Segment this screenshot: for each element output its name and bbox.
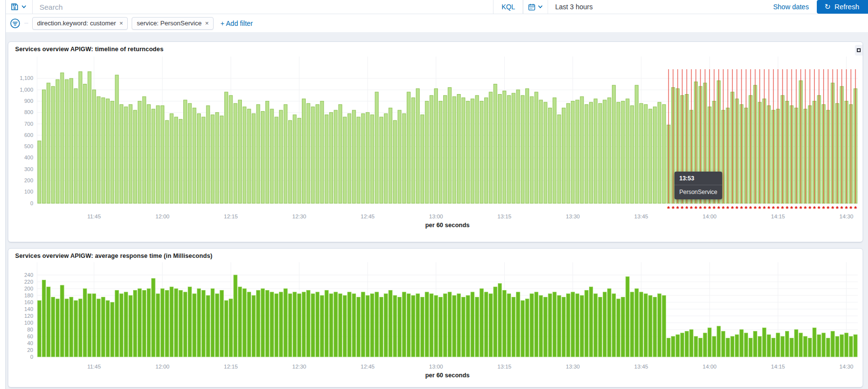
svg-text:12:15: 12:15	[224, 214, 238, 219]
svg-text:*: *	[671, 204, 674, 213]
svg-text:11:45: 11:45	[87, 364, 101, 370]
svg-text:120: 120	[24, 313, 33, 319]
svg-text:*: *	[836, 204, 839, 213]
svg-text:*: *	[827, 204, 829, 213]
svg-text:1,100: 1,100	[20, 75, 33, 81]
svg-text:40: 40	[27, 340, 33, 346]
svg-text:*: *	[722, 204, 725, 213]
svg-text:200: 200	[24, 177, 33, 183]
svg-text:*: *	[786, 204, 789, 213]
svg-text:*: *	[781, 204, 784, 213]
svg-text:140: 140	[24, 306, 33, 312]
svg-text:*: *	[704, 204, 707, 213]
filter-pill-label: service: PersonService	[137, 19, 201, 27]
save-query-button[interactable]	[6, 0, 33, 14]
filter-connector	[24, 23, 28, 23]
returncodes-panel: Services overview APIGW: timeline of ret…	[8, 41, 863, 242]
filter-bar: direction.keyword: customer × service: P…	[6, 14, 868, 32]
svg-text:*: *	[754, 204, 757, 213]
svg-text:*: *	[809, 204, 811, 213]
svg-text:200: 200	[24, 286, 33, 292]
remove-filter-icon[interactable]: ×	[205, 20, 209, 26]
svg-text:12:30: 12:30	[292, 214, 306, 219]
svg-text:*: *	[667, 204, 670, 213]
svg-text:400: 400	[24, 155, 33, 160]
chevron-down-icon	[538, 4, 543, 9]
svg-text:600: 600	[24, 132, 33, 138]
svg-text:*: *	[818, 204, 821, 213]
svg-text:500: 500	[24, 143, 33, 149]
tooltip-time: 13:53	[674, 172, 722, 185]
svg-text:13:00: 13:00	[429, 364, 443, 370]
svg-text:*: *	[681, 204, 684, 213]
calendar-button[interactable]	[523, 0, 548, 14]
svg-text:14:15: 14:15	[771, 214, 785, 219]
svg-text:*: *	[676, 204, 679, 213]
svg-text:*: *	[699, 204, 702, 213]
svg-text:*: *	[690, 204, 693, 213]
svg-text:14:30: 14:30	[839, 364, 853, 370]
svg-text:*: *	[768, 204, 770, 213]
svg-text:14:00: 14:00	[703, 364, 717, 370]
svg-text:13:00: 13:00	[429, 214, 443, 219]
remove-filter-icon[interactable]: ×	[119, 20, 123, 26]
svg-text:*: *	[694, 204, 697, 213]
svg-text:800: 800	[24, 109, 33, 115]
svg-text:13:30: 13:30	[566, 214, 580, 219]
svg-text:13:45: 13:45	[634, 364, 648, 370]
svg-text:0: 0	[30, 354, 33, 360]
svg-text:*: *	[713, 204, 716, 213]
filter-menu-button[interactable]	[10, 18, 20, 29]
filter-pill-direction[interactable]: direction.keyword: customer ×	[32, 17, 128, 30]
response-time-panel: Services overview APIGW: average respons…	[8, 248, 863, 388]
svg-text:*: *	[727, 204, 730, 213]
filter-pill-service[interactable]: service: PersonService ×	[132, 17, 214, 30]
svg-text:*: *	[849, 204, 852, 213]
svg-text:240: 240	[24, 272, 33, 278]
kql-button[interactable]: KQL	[493, 0, 523, 14]
search-input[interactable]	[33, 0, 493, 14]
svg-text:1,000: 1,000	[20, 87, 33, 93]
svg-text:12:00: 12:00	[156, 214, 170, 219]
save-disk-icon	[11, 3, 19, 11]
svg-text:13:15: 13:15	[497, 214, 512, 219]
svg-text:700: 700	[24, 121, 33, 127]
svg-text:100: 100	[24, 189, 33, 194]
svg-text:220: 220	[24, 279, 33, 285]
svg-text:12:45: 12:45	[360, 364, 375, 370]
calendar-icon	[528, 3, 535, 11]
returncodes-chart[interactable]: 01002003004005006007008009001,0001,10011…	[8, 42, 863, 242]
svg-text:12:45: 12:45	[360, 214, 375, 219]
svg-text:*: *	[790, 204, 793, 213]
svg-text:14:00: 14:00	[703, 214, 717, 219]
svg-text:*: *	[831, 204, 834, 213]
svg-text:per 60 seconds: per 60 seconds	[425, 372, 470, 379]
svg-text:*: *	[813, 204, 816, 213]
svg-text:*: *	[799, 204, 802, 213]
svg-text:14:30: 14:30	[839, 214, 853, 219]
add-filter-link[interactable]: + Add filter	[220, 19, 253, 27]
svg-text:13:15: 13:15	[497, 364, 512, 370]
svg-text:13:30: 13:30	[566, 364, 580, 370]
chevron-down-icon	[21, 4, 26, 9]
svg-text:*: *	[776, 204, 779, 213]
svg-text:60: 60	[27, 333, 33, 339]
svg-text:*: *	[854, 204, 857, 213]
svg-text:*: *	[749, 204, 752, 213]
svg-text:*: *	[735, 204, 738, 213]
collapsed-side-rail	[0, 0, 6, 389]
svg-text:12:30: 12:30	[292, 364, 306, 370]
svg-text:*: *	[717, 204, 720, 213]
svg-text:*: *	[840, 204, 843, 213]
date-picker: Last 3 hours	[523, 0, 599, 14]
date-range-value[interactable]: Last 3 hours	[548, 3, 599, 11]
svg-text:*: *	[745, 204, 748, 213]
svg-text:*: *	[845, 204, 848, 213]
response-time-chart[interactable]: 02040608010012014016018020022024011:4512…	[8, 249, 863, 387]
svg-text:*: *	[804, 204, 807, 213]
show-dates-link[interactable]: Show dates	[765, 3, 816, 11]
svg-text:160: 160	[24, 299, 33, 305]
refresh-button[interactable]: ↻ Refresh	[817, 0, 868, 14]
svg-text:*: *	[740, 204, 743, 213]
svg-text:14:15: 14:15	[771, 364, 785, 370]
